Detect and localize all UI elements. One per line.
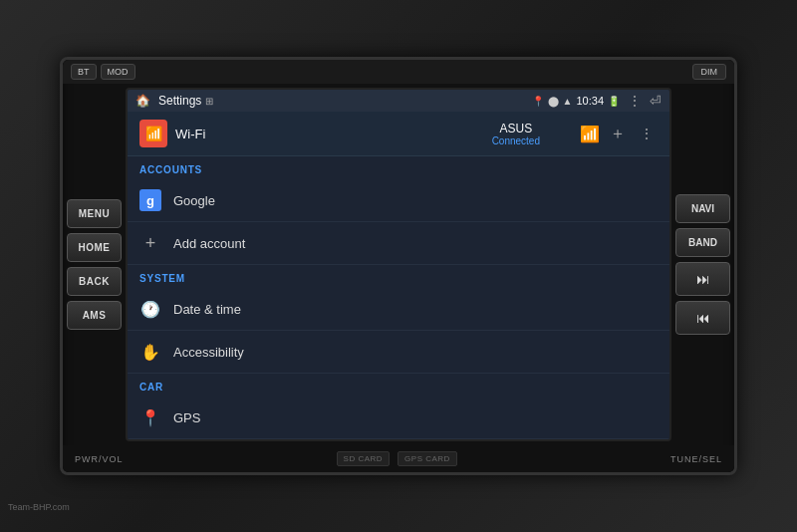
main-body: MENU HOME BACK AMS 🏠 Settings ⊞ <box>63 84 734 445</box>
asus-widget: ASUS Connected <box>492 122 540 146</box>
wifi-add-icon[interactable]: ＋ <box>610 124 626 144</box>
asus-name: ASUS <box>492 122 540 135</box>
side-buttons-left: MENU HOME BACK AMS <box>67 88 122 441</box>
datetime-item[interactable]: 🕐 Date & time <box>128 288 669 331</box>
pwr-vol-label: PWR/VOL <box>75 454 124 464</box>
bt-button[interactable]: BT <box>71 64 97 80</box>
location-icon: 📍 <box>532 96 544 107</box>
status-bar-right: 📍 ⬤ ▲ 10:34 🔋 ⋮ ⏎ <box>532 93 662 109</box>
top-bar: BT MOD DIM <box>63 60 734 84</box>
watermark: Team-BHP.com <box>8 502 70 512</box>
add-account-item[interactable]: + Add account <box>128 222 669 265</box>
gps-item[interactable]: 📍 GPS <box>128 397 669 439</box>
status-bar-left: 🏠 Settings ⊞ <box>135 94 213 108</box>
settings-list: ACCOUNTS g Google + Add account <box>128 156 669 439</box>
sd-card-slot: SD CARD <box>337 451 391 466</box>
mod-button[interactable]: MOD <box>101 64 135 80</box>
status-time: 10:34 <box>576 95 604 107</box>
dashboard-frame: BT MOD DIM MENU HOME BACK AMS 🏠 <box>0 0 797 532</box>
google-icon: g <box>139 189 161 211</box>
back-nav-icon[interactable]: ⏎ <box>650 93 662 109</box>
settings-title: Settings <box>158 94 201 108</box>
wifi-item[interactable]: 📶 Wi-Fi ASUS Connected 📶 ＋ <box>128 112 669 156</box>
add-account-label: Add account <box>173 236 245 251</box>
head-unit: BT MOD DIM MENU HOME BACK AMS 🏠 <box>60 57 737 475</box>
screen-icon: ⊞ <box>205 96 213 107</box>
status-bar: 🏠 Settings ⊞ 📍 ⬤ ▲ 10:34 🔋 ⋮ ⏎ <box>128 90 669 112</box>
gps-icon: 📍 <box>139 406 161 428</box>
next-track-button[interactable]: ⏭ <box>675 262 730 296</box>
system-section-header: SYSTEM <box>128 265 669 288</box>
bluetooth-icon: ⬤ <box>548 96 559 107</box>
battery-icon: 🔋 <box>608 96 620 107</box>
accounts-section-header: ACCOUNTS <box>128 156 669 179</box>
wifi-right: ASUS Connected 📶 ＋ ⋮ <box>492 122 658 146</box>
screen-wrapper: 🏠 Settings ⊞ 📍 ⬤ ▲ 10:34 🔋 ⋮ ⏎ <box>126 88 671 441</box>
band-button[interactable]: BAND <box>675 228 730 257</box>
google-label: Google <box>173 193 215 208</box>
add-account-icon: + <box>139 232 161 254</box>
accessibility-label: Accessibility <box>173 345 244 360</box>
back-button[interactable]: BACK <box>67 267 122 296</box>
prev-track-button[interactable]: ⏮ <box>675 301 730 335</box>
wifi-icon-box: 📶 <box>139 120 167 147</box>
wifi-label: Wi-Fi <box>175 127 205 141</box>
overflow-menu-icon[interactable]: ⋮ <box>624 93 646 109</box>
datetime-label: Date & time <box>173 302 241 317</box>
bottom-bar: PWR/VOL SD CARD GPS CARD TUNE/SEL <box>63 445 734 472</box>
accessibility-icon: ✋ <box>139 341 161 363</box>
accessibility-item[interactable]: ✋ Accessibility <box>128 331 669 374</box>
tune-sel-label: TUNE/SEL <box>670 454 722 464</box>
asus-status: Connected <box>492 135 540 146</box>
wifi-left: 📶 Wi-Fi <box>139 120 205 147</box>
side-buttons-right: NAVI BAND ⏭ ⏮ <box>675 88 730 441</box>
home-button[interactable]: HOME <box>67 233 122 262</box>
wifi-signal-icon: 📶 <box>580 125 600 143</box>
bottom-slots: SD CARD GPS CARD <box>337 451 457 466</box>
wifi-icon: ▲ <box>563 96 573 107</box>
screen: 🏠 Settings ⊞ 📍 ⬤ ▲ 10:34 🔋 ⋮ ⏎ <box>126 88 671 441</box>
car-section-header: CAR <box>128 374 669 397</box>
google-account-item[interactable]: g Google <box>128 179 669 222</box>
navi-button[interactable]: NAVI <box>675 194 730 223</box>
home-icon: 🏠 <box>135 94 150 108</box>
gps-card-slot: GPS CARD <box>398 451 457 466</box>
ams-button[interactable]: AMS <box>67 301 122 330</box>
gps-label: GPS <box>173 410 200 425</box>
menu-button[interactable]: MENU <box>67 199 122 228</box>
top-bar-left: BT MOD <box>71 64 135 80</box>
wifi-symbol-icon: 📶 <box>145 126 162 141</box>
dim-button[interactable]: DIM <box>692 64 727 80</box>
wifi-overflow-icon[interactable]: ⋮ <box>636 126 658 141</box>
datetime-icon: 🕐 <box>139 298 161 320</box>
